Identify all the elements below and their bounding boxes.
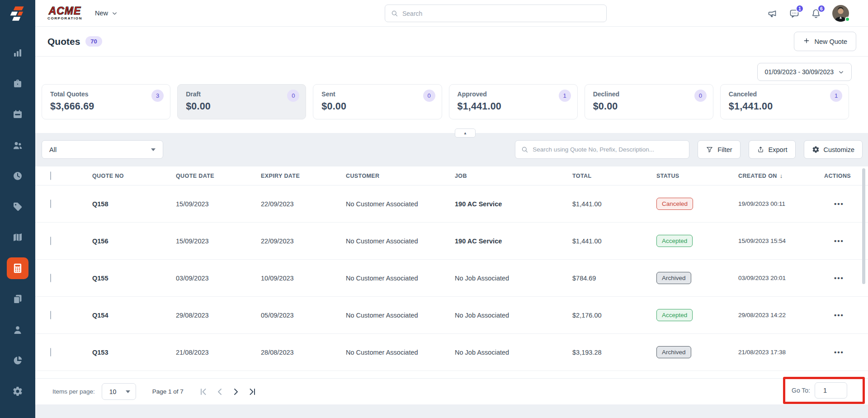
sidebar-item-quotes[interactable] <box>0 253 35 284</box>
sidebar-item-dispatch-board[interactable] <box>0 99 35 130</box>
total-cell: $2,176.00 <box>572 312 656 319</box>
sidebar <box>0 0 35 418</box>
sidebar-item-map[interactable] <box>0 222 35 253</box>
stat-card-sent[interactable]: Sent0$0.00 <box>313 84 442 119</box>
sidebar-item-customers[interactable] <box>0 130 35 161</box>
stat-label: Approved <box>458 90 569 98</box>
company-name: ACME <box>47 6 82 16</box>
stat-value: $3,666.69 <box>50 101 162 112</box>
export-button[interactable]: Export <box>749 140 796 159</box>
column-header-quote-no[interactable]: QUOTE NO <box>92 173 176 179</box>
row-actions-button[interactable]: ••• <box>824 311 868 319</box>
expiry-date-cell: 22/09/2023 <box>261 200 346 208</box>
stat-card-declined[interactable]: Declined0$0.00 <box>585 84 713 119</box>
row-checkbox[interactable] <box>50 348 51 356</box>
goto-label: Go To: <box>792 387 810 394</box>
new-quote-button[interactable]: New Quote <box>794 32 856 51</box>
quote-search-input[interactable] <box>533 146 684 153</box>
row-actions-button[interactable]: ••• <box>824 348 868 356</box>
table-row[interactable]: Q15429/08/202305/09/2023No Customer Asso… <box>35 297 868 334</box>
announcements-button[interactable] <box>767 8 778 19</box>
online-status-dot <box>845 17 850 22</box>
sidebar-item-users[interactable] <box>0 314 35 345</box>
funnel-icon <box>706 146 713 153</box>
table-toolbar: All Filter Export Customize <box>35 133 868 166</box>
row-actions-button[interactable]: ••• <box>824 200 868 208</box>
date-range-selector[interactable]: 01/09/2023 - 30/09/2023 <box>757 63 852 81</box>
user-avatar[interactable] <box>832 5 849 22</box>
row-checkbox[interactable] <box>50 311 51 319</box>
sidebar-item-settings[interactable] <box>0 376 35 407</box>
row-actions-button[interactable]: ••• <box>824 274 868 282</box>
stat-value: $0.00 <box>593 101 705 112</box>
notifications-button[interactable]: 6 <box>811 8 821 19</box>
customize-button[interactable]: Customize <box>804 140 863 159</box>
stat-card-canceled[interactable]: Canceled1$1,441.00 <box>720 84 849 119</box>
column-header-total[interactable]: TOTAL <box>572 173 656 179</box>
gear-icon <box>12 386 23 397</box>
column-header-job[interactable]: JOB <box>455 173 572 179</box>
sidebar-item-reports[interactable] <box>0 345 35 376</box>
customer-cell: No Customer Associated <box>346 312 455 319</box>
new-menu-button[interactable]: New <box>95 10 118 17</box>
clock-icon <box>12 171 23 181</box>
tag-icon <box>12 201 23 212</box>
column-header-expiry-date[interactable]: EXPIRY DATE <box>261 173 346 179</box>
customer-cell: No Customer Associated <box>346 200 455 208</box>
quote-search[interactable] <box>515 140 689 159</box>
stats-cards-row: Total Quotes3$3,666.69Draft0$0.00Sent0$0… <box>42 84 849 119</box>
row-actions-button[interactable]: ••• <box>824 237 868 245</box>
status-badge: Accepted <box>656 235 693 247</box>
column-header-actions[interactable]: ACTIONS <box>824 173 868 179</box>
column-header-status[interactable]: STATUS <box>656 173 738 179</box>
chevron-down-icon <box>838 69 844 76</box>
last-page-button[interactable] <box>248 387 257 396</box>
stat-count-badge: 0 <box>287 90 299 102</box>
items-per-page-select[interactable]: 10 <box>102 383 136 400</box>
table-row[interactable]: Q15815/09/202322/09/2023No Customer Asso… <box>35 185 868 223</box>
global-search[interactable] <box>385 5 607 22</box>
global-search-input[interactable] <box>402 10 601 17</box>
table-row[interactable]: Q15503/09/202310/09/2023No Customer Asso… <box>35 260 868 297</box>
upload-icon <box>757 146 764 153</box>
collapse-stats-button[interactable]: ▲ <box>455 128 476 138</box>
sidebar-item-jobs[interactable] <box>0 68 35 99</box>
next-page-button[interactable] <box>231 387 241 396</box>
zuper-logo-icon[interactable] <box>0 0 35 27</box>
column-header-customer[interactable]: CUSTOMER <box>346 173 455 179</box>
filter-button[interactable]: Filter <box>698 140 740 159</box>
company-subtitle: CORPORATION <box>47 17 82 20</box>
vertical-scrollbar[interactable] <box>862 168 865 284</box>
column-header-created-on[interactable]: CREATED ON↓ <box>738 172 824 179</box>
table-row[interactable]: Q15615/09/202322/09/2023No Customer Asso… <box>35 223 868 260</box>
goto-page-input[interactable] <box>815 382 847 399</box>
bottom-strip <box>35 404 868 418</box>
select-all-checkbox[interactable] <box>50 171 51 180</box>
customize-label: Customize <box>824 146 855 153</box>
map-icon <box>12 232 23 243</box>
megaphone-icon <box>767 8 778 19</box>
row-checkbox[interactable] <box>50 274 51 282</box>
total-cell: $1,441.00 <box>572 200 656 208</box>
status-filter-dropdown[interactable]: All <box>42 140 163 159</box>
table-row[interactable]: Q15321/08/202328/08/2023No Customer Asso… <box>35 334 868 371</box>
search-icon <box>391 10 398 17</box>
sidebar-item-price-book[interactable] <box>0 191 35 222</box>
company-logo[interactable]: ACME CORPORATION <box>47 6 82 20</box>
column-header-quote-date[interactable]: QUOTE DATE <box>176 173 261 179</box>
sidebar-item-timesheets[interactable] <box>0 161 35 191</box>
stat-card-draft[interactable]: Draft0$0.00 <box>177 84 306 119</box>
stat-card-approved[interactable]: Approved1$1,441.00 <box>449 84 578 119</box>
row-checkbox[interactable] <box>50 237 51 245</box>
items-per-page-value: 10 <box>109 388 117 395</box>
sidebar-item-invoices[interactable] <box>0 284 35 314</box>
created-on-cell: 29/08/2023 14:22 <box>738 312 824 318</box>
stat-card-total-quotes[interactable]: Total Quotes3$3,666.69 <box>42 84 170 119</box>
first-page-button[interactable] <box>199 387 208 396</box>
previous-page-button[interactable] <box>215 387 224 396</box>
messages-button[interactable]: 1 <box>789 8 800 19</box>
row-checkbox[interactable] <box>50 200 51 208</box>
new-menu-label: New <box>95 10 108 17</box>
created-on-cell: 03/09/2023 20:01 <box>738 275 824 281</box>
sidebar-item-dashboard[interactable] <box>0 38 35 68</box>
